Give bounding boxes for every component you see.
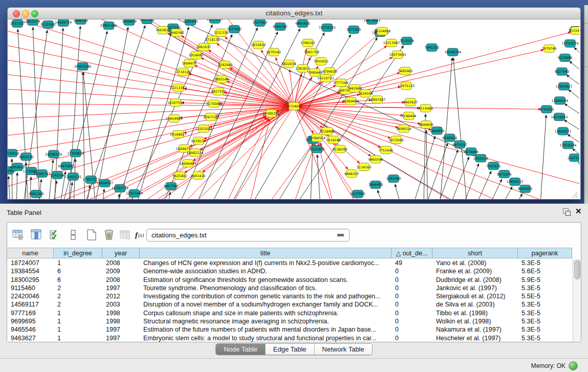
tab-network-table[interactable]: Network Table (314, 344, 372, 355)
cell-pagerank[interactable]: 5.3E-5 (518, 259, 572, 267)
graph-node[interactable]: 10719155 (319, 24, 336, 31)
graph-node[interactable]: 10654112 (507, 178, 524, 186)
graph-edge[interactable] (231, 106, 294, 199)
graph-node[interactable]: 15751074 (561, 39, 578, 47)
graph-edge[interactable] (53, 181, 57, 199)
column-header-in_degree[interactable]: in_degree (54, 248, 102, 258)
graph-node[interactable]: 9699514 (396, 125, 411, 133)
graph-node[interactable]: 8215955 (539, 105, 554, 113)
cell-in_degree[interactable]: 1 (54, 309, 102, 317)
cell-short[interactable]: Nakamura et al. (1997) (432, 325, 518, 334)
graph-node[interactable]: 6479197 (452, 141, 467, 148)
cell-name[interactable]: 19384554 (7, 267, 54, 275)
graph-edge[interactable] (8, 106, 294, 137)
table-row[interactable]: 1456911722003Disruption of a novel membe… (7, 300, 572, 309)
graph-node[interactable]: 14055724 (55, 19, 72, 26)
window-titlebar[interactable]: citations_edges.txt (8, 8, 580, 19)
cell-in_degree[interactable]: 6 (54, 276, 102, 284)
graph-node[interactable]: 1145194 (50, 171, 64, 179)
cell-short[interactable]: Dudbridge et al. (2008) (432, 276, 518, 284)
graph-node[interactable]: 9501340 (140, 19, 155, 24)
graph-node[interactable]: 2055130 (19, 153, 34, 161)
table-scrollbar[interactable] (573, 259, 581, 342)
cell-year[interactable]: 2012 (102, 292, 140, 300)
graph-edge[interactable] (317, 155, 320, 199)
cell-out_degree[interactable]: 0 (391, 284, 432, 292)
column-header-year[interactable]: year (102, 248, 140, 258)
cell-title[interactable]: Estimation of significance thresholds fo… (140, 276, 391, 284)
graph-node[interactable]: 1831327 (10, 19, 25, 27)
graph-node[interactable]: 12444194 (552, 97, 569, 104)
graph-node[interactable]: 1691410 (191, 172, 206, 180)
graph-node[interactable]: 1071915 (346, 26, 361, 33)
graph-node[interactable]: 12093822 (556, 82, 573, 90)
graph-edge[interactable] (69, 182, 73, 199)
graph-edge[interactable] (8, 89, 294, 106)
graph-edge[interactable] (248, 34, 351, 199)
graph-node[interactable]: 20206576 (45, 150, 62, 158)
graph-node[interactable]: 1640950 (429, 127, 444, 135)
graph-node[interactable]: 8267150 (204, 113, 219, 121)
graph-node[interactable]: 12213967 (383, 39, 400, 47)
show-columns-button[interactable] (30, 228, 43, 242)
graph-node[interactable]: 1216465 (320, 127, 335, 135)
graph-node[interactable]: 2718176 (205, 36, 220, 43)
graph-node[interactable]: 9129966 (558, 54, 573, 61)
graph-edge[interactable] (294, 106, 541, 110)
table-row[interactable]: 1938455462009Genome-wide association stu… (7, 267, 572, 275)
cell-title[interactable]: Embryonic stem cells: a model to study s… (140, 334, 391, 342)
cell-short[interactable]: Stergiakouli et al. (2012) (432, 292, 518, 300)
graph-node[interactable]: 6466162 (273, 23, 288, 30)
cell-year[interactable]: 2003 (102, 300, 140, 309)
cell-title[interactable]: Changes of HCN gene expression and I(f) … (140, 259, 391, 267)
cell-pagerank[interactable]: 5.5E-5 (518, 292, 572, 300)
cell-in_degree[interactable]: 1 (54, 317, 102, 325)
cell-in_degree[interactable]: 2 (54, 284, 102, 292)
column-header-out_degree[interactable]: △ out_de... (391, 248, 432, 258)
graph-edge[interactable] (264, 142, 314, 199)
graph-edge[interactable] (102, 189, 104, 199)
graph-node[interactable]: 1672040 (389, 136, 404, 144)
cell-pagerank[interactable]: 5.3E-5 (518, 300, 572, 309)
cell-short[interactable]: Jankovic et al. (1997) (432, 284, 518, 292)
graph-edge[interactable] (86, 185, 90, 199)
cell-out_degree[interactable]: 0 (391, 325, 432, 334)
cell-in_degree[interactable]: 1 (54, 259, 102, 267)
graph-node[interactable]: 7515526 (399, 37, 414, 45)
graph-edge[interactable] (8, 74, 294, 106)
float-panel-icon[interactable] (563, 208, 571, 216)
graph-node[interactable]: 7485063 (398, 67, 412, 75)
cell-year[interactable]: 1997 (102, 284, 140, 292)
graph-node[interactable]: 9591300 (29, 190, 44, 198)
column-header-title[interactable]: title (140, 248, 391, 258)
cell-name[interactable]: 22420046 (7, 292, 54, 300)
cell-in_degree[interactable]: 1 (54, 325, 102, 334)
graph-node[interactable]: 7932621 (486, 162, 501, 170)
graph-node[interactable]: 5822034 (281, 60, 296, 68)
graph-node[interactable]: 7751645 (379, 146, 394, 154)
graph-node[interactable]: 12923448 (126, 190, 143, 198)
graph-edge[interactable] (462, 164, 479, 199)
cell-out_degree[interactable]: 0 (391, 292, 432, 300)
cell-year[interactable]: 2008 (102, 276, 140, 284)
graph-node[interactable]: 13975125 (398, 82, 415, 90)
graph-node[interactable]: 1221339 (213, 29, 228, 36)
graph-node[interactable]: 6961758 (304, 48, 319, 56)
table-row[interactable]: 1830029562008Estimation of significance … (7, 276, 572, 284)
graph-edge[interactable] (540, 115, 546, 199)
graph-edge[interactable] (564, 104, 579, 124)
graph-node[interactable]: 2803144 (214, 75, 229, 83)
graph-node[interactable]: 1616246 (326, 136, 341, 144)
graph-edge[interactable] (9, 176, 10, 199)
cell-title[interactable]: Estimation of the future numbers of pati… (140, 325, 391, 334)
graph-node[interactable]: 15692971 (555, 127, 572, 135)
table-row[interactable]: 946362711997Embryonic stem cells: a mode… (7, 334, 572, 342)
graph-node[interactable]: 7663822 (156, 26, 170, 34)
graph-node[interactable]: 16782759 (112, 185, 128, 192)
cell-in_degree[interactable]: 6 (54, 267, 102, 275)
graph-node[interactable]: 1527602 (227, 25, 242, 33)
cell-name[interactable]: 18724007 (7, 259, 54, 267)
cell-short[interactable]: Franke et al. (2009) (432, 267, 518, 275)
graph-edge[interactable] (574, 48, 579, 68)
graph-node[interactable]: 1167533 (568, 154, 579, 162)
